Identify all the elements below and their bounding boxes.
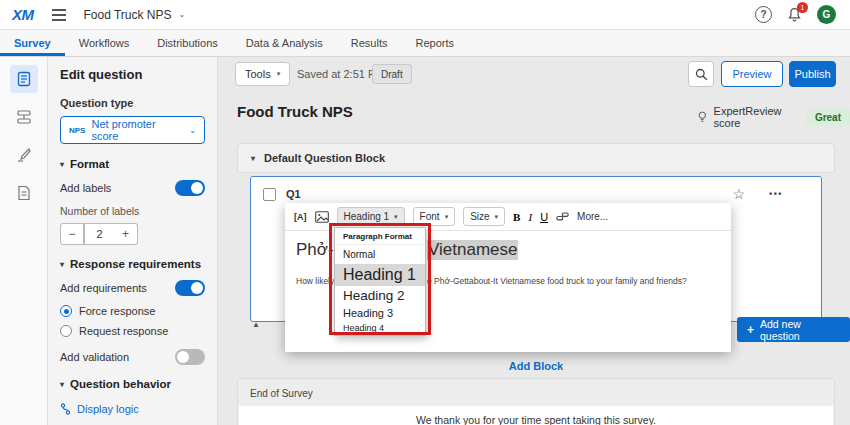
panel-title: Edit question (60, 67, 205, 82)
question-checkbox[interactable] (263, 188, 276, 201)
lightbulb-icon (697, 110, 708, 124)
menu-option-heading-4[interactable]: Heading 4 (335, 321, 425, 335)
more-button[interactable]: More... (577, 211, 608, 222)
chevron-down-icon: ⌄ (189, 126, 196, 135)
radio-selected-icon (60, 305, 72, 317)
tools-label: Tools (245, 68, 271, 80)
preview-button[interactable]: Preview (721, 61, 783, 87)
question-title-fragment-selected[interactable]: Vietnamese (427, 240, 518, 260)
question-type-value: Net promoter score (91, 118, 183, 142)
tab-data-analysis[interactable]: Data & Analysis (232, 30, 337, 56)
question-id: Q1 (286, 188, 301, 200)
search-button[interactable] (688, 61, 714, 87)
insert-image-icon[interactable] (315, 211, 329, 223)
avatar[interactable]: G (817, 5, 836, 24)
labels-count-stepper: − 2 + (60, 223, 205, 245)
menu-option-heading-2[interactable]: Heading 2 (335, 286, 425, 305)
look-and-feel-icon[interactable] (10, 141, 38, 169)
tab-reports[interactable]: Reports (402, 30, 469, 56)
question-type-label: Question type (60, 97, 205, 109)
force-response-label: Force response (79, 305, 155, 317)
format-section-header[interactable]: ▾ Format (60, 158, 205, 170)
survey-flow-icon[interactable] (10, 103, 38, 131)
edit-question-panel: Edit question Question type NPS Net prom… (48, 57, 218, 425)
format-text-icon[interactable]: [A] (294, 212, 307, 222)
increment-button[interactable]: + (114, 223, 138, 245)
caret-down-icon: ▾ (60, 260, 64, 269)
font-select-label: Font (420, 211, 440, 222)
add-block-link[interactable]: Add Block (237, 360, 835, 372)
question-description-fragment[interactable]: e Phở-Gettabout-It Vietnamese food truck… (427, 276, 687, 286)
block-title: Default Question Block (264, 152, 385, 164)
end-of-survey-label: End of Survey (238, 379, 834, 399)
qualtrics-survey-editor: XM Food Truck NPS ⌄ ? 1 G Survey Workflo… (0, 0, 850, 425)
question-behavior-section-header[interactable]: ▾ Question behavior (60, 378, 205, 390)
menu-option-heading-1[interactable]: Heading 1 (335, 264, 425, 286)
tools-button[interactable]: Tools ▾ (235, 62, 290, 86)
end-of-survey-block[interactable]: End of Survey We thank you for your time… (237, 378, 835, 425)
collapse-question-icon[interactable]: ▲ (252, 320, 260, 329)
radio-unselected-icon (60, 325, 72, 337)
response-requirements-section-header[interactable]: ▾ Response requirements (60, 258, 205, 270)
bold-button[interactable]: B (513, 211, 520, 223)
tab-workflows[interactable]: Workflows (65, 30, 144, 56)
publish-button[interactable]: Publish (789, 61, 836, 87)
decrement-button[interactable]: − (60, 223, 84, 245)
add-requirements-toggle[interactable] (175, 280, 205, 296)
question-type-select[interactable]: NPS Net promoter score ⌄ (60, 116, 205, 144)
caret-down-icon: ▾ (445, 213, 449, 221)
tab-survey[interactable]: Survey (0, 30, 65, 56)
question-title-fragment[interactable]: Phở- (296, 240, 334, 260)
caret-down-icon: ▾ (60, 380, 64, 389)
font-select[interactable]: Font ▾ (413, 207, 456, 226)
help-button[interactable]: ? (755, 6, 772, 23)
menu-option-normal[interactable]: Normal (335, 245, 425, 264)
survey-title: Food Truck NPS (237, 103, 353, 120)
size-select-label: Size (470, 211, 489, 222)
question-menu-icon[interactable]: ••• (769, 189, 783, 199)
italic-button[interactable]: I (528, 211, 532, 223)
tab-results[interactable]: Results (337, 30, 402, 56)
tab-distributions[interactable]: Distributions (143, 30, 232, 56)
notification-badge: 1 (797, 2, 808, 13)
add-validation-toggle[interactable] (175, 349, 205, 365)
branch-icon (60, 403, 71, 415)
chevron-down-icon: ⌄ (179, 10, 186, 19)
display-logic-link[interactable]: Display logic (60, 403, 205, 415)
request-response-option[interactable]: Request response (60, 325, 205, 337)
display-logic-label: Display logic (77, 403, 139, 415)
draft-badge: Draft (372, 64, 412, 84)
survey-name-menu[interactable]: Food Truck NPS (84, 8, 172, 22)
caret-down-icon: ▾ (394, 213, 398, 221)
add-labels-toggle[interactable] (175, 180, 205, 196)
expert-review-score[interactable]: ExpertReview score Great (697, 105, 850, 129)
add-labels-label: Add labels (60, 182, 111, 194)
builder-rail (0, 57, 48, 425)
question-description-fragment[interactable]: How likely (296, 276, 334, 286)
number-of-labels-label: Number of labels (60, 205, 205, 217)
caret-down-icon: ▾ (251, 154, 255, 163)
size-select[interactable]: Size ▾ (463, 207, 505, 226)
labels-count-value: 2 (84, 223, 114, 245)
underline-button[interactable]: U (540, 211, 548, 223)
notifications-button[interactable]: 1 (787, 7, 802, 23)
link-icon[interactable] (556, 211, 569, 222)
menu-option-heading-3[interactable]: Heading 3 (335, 305, 425, 321)
hamburger-menu-icon[interactable] (52, 9, 66, 21)
paragraph-format-menu: Paragraph Format Normal Heading 1 Headin… (334, 227, 426, 336)
paragraph-format-select[interactable]: Heading 1 ▾ (337, 207, 405, 226)
star-icon[interactable]: ☆ (732, 186, 745, 202)
caret-down-icon: ▾ (277, 70, 281, 78)
survey-options-icon[interactable] (10, 179, 38, 207)
plus-icon: + (747, 323, 754, 337)
survey-builder-icon[interactable] (10, 65, 38, 93)
question-block-header[interactable]: ▾ Default Question Block (237, 143, 835, 173)
add-validation-label: Add validation (60, 351, 129, 363)
add-new-question-button[interactable]: + Add new question (737, 317, 850, 342)
top-bar: XM Food Truck NPS ⌄ ? 1 G (0, 0, 850, 30)
force-response-option[interactable]: Force response (60, 305, 205, 317)
expert-review-label: ExpertReview score (714, 105, 800, 129)
response-requirements-label: Response requirements (70, 258, 201, 270)
paragraph-format-value: Heading 1 (344, 211, 390, 222)
nps-badge: NPS (69, 126, 85, 135)
